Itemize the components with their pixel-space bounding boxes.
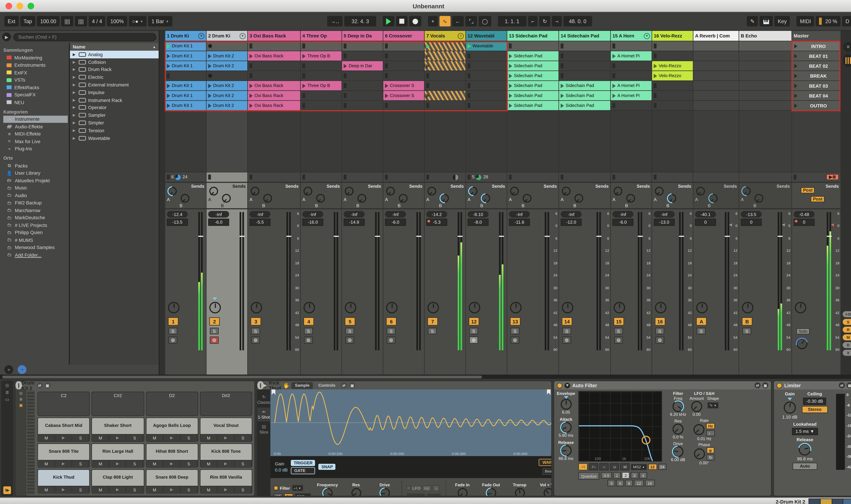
sidebar-place-packs[interactable]: ⧉Packs [3, 162, 69, 169]
slope-24-button[interactable]: 24 [658, 464, 667, 470]
arrangement-position-field[interactable]: 32. 4. 3 [344, 16, 376, 26]
solo-button-3[interactable]: S [251, 328, 260, 334]
clip-play-icon[interactable] [509, 74, 512, 78]
clip-slot[interactable]: Deep in Dar [342, 61, 383, 70]
pad-mute-button[interactable]: M [200, 435, 218, 441]
clip-play-icon[interactable] [612, 84, 616, 88]
peak-level-field[interactable]: -Inf [303, 211, 323, 218]
drum-pad-agogo-bells-loop[interactable]: Agogo Bells LoopM▶S [146, 417, 198, 442]
phase-mode-button[interactable]: φ [707, 447, 714, 453]
send-a-knob[interactable] [386, 187, 395, 196]
clip-stop-icon[interactable] [654, 93, 656, 98]
clip-play-icon[interactable] [509, 64, 512, 68]
scene-slot-break[interactable]: BREAK [792, 71, 840, 80]
drive-knob[interactable] [380, 488, 390, 496]
expand-arrow-icon[interactable]: ▶ [73, 98, 77, 102]
pad-mute-button[interactable]: M [92, 435, 109, 441]
pan-knob[interactable] [795, 302, 807, 313]
pan-knob[interactable] [696, 302, 708, 313]
mixer-visible-toggle[interactable] [843, 54, 851, 67]
clip-slot-empty[interactable] [559, 51, 610, 60]
clip-stop-icon[interactable] [344, 83, 346, 88]
clip-play-icon[interactable] [509, 84, 512, 88]
session-record-button[interactable]: ◯ [478, 16, 491, 26]
release-knob[interactable] [560, 445, 572, 456]
track-header-1[interactable]: 1 Drum Ki▼ [165, 31, 206, 41]
clip-slot[interactable]: Oxi Bass Rack [248, 101, 300, 110]
clip-play-icon[interactable] [561, 84, 564, 88]
peak-level-field[interactable]: -Inf [509, 211, 530, 218]
volume-field[interactable]: -6.0 [385, 219, 406, 226]
lfo-enable-checkbox[interactable] [406, 486, 411, 490]
pan-knob[interactable] [209, 302, 221, 313]
time-signature-field[interactable]: 4 / 4 [89, 16, 106, 26]
save-preset-icon[interactable]: ▣ [349, 382, 355, 389]
sidebar-place-philipp-quien[interactable]: 🗀Philipp Quien [3, 229, 69, 236]
clip-slot[interactable]: Oxi Bass Rack [248, 51, 300, 60]
clip-slot[interactable]: Crossover S [383, 81, 424, 90]
pad-solo-button[interactable]: S [235, 461, 252, 467]
fader-handle[interactable] [375, 236, 380, 237]
solo-button-B[interactable]: S [742, 328, 751, 334]
track-header-12[interactable]: 12 Wavetabl [466, 31, 507, 41]
device-on-toggle[interactable] [18, 382, 19, 388]
track-header-15[interactable]: 15 A Horn▼ [611, 31, 652, 41]
send-a-knob[interactable] [209, 187, 218, 196]
clip-slot[interactable]: Velo-Rezzo [652, 61, 693, 70]
clip-slot-empty[interactable] [611, 61, 652, 70]
volume-fader[interactable] [375, 212, 380, 350]
clip-play-icon[interactable] [208, 64, 211, 68]
pan-knob[interactable] [168, 302, 180, 313]
send-a-knob[interactable] [655, 187, 664, 196]
drum-pad-rim-large-hall[interactable]: Rim Large HallM▶S [92, 444, 144, 468]
scene-play-icon[interactable] [794, 93, 797, 98]
chevron-down-icon[interactable]: ▼ [644, 33, 650, 39]
clip-slot[interactable]: Drum Kit 1 [165, 81, 206, 90]
solo-button-13[interactable]: S [511, 328, 520, 334]
stop-all-clips-icon[interactable] [208, 175, 211, 180]
ext-sync-button[interactable]: Ext [4, 16, 19, 26]
volume-field[interactable]: -5.3 [427, 219, 447, 226]
loop-toggle[interactable]: ↻ [539, 16, 550, 26]
expand-arrow-icon[interactable]: ▶ [73, 136, 77, 140]
clip-stop-icon[interactable] [612, 63, 615, 68]
clip-stop-icon[interactable] [427, 83, 429, 88]
filter-type-menu[interactable]: ⌐\ ▼ [292, 485, 303, 491]
clip-stop-icon[interactable] [385, 73, 388, 78]
stop-all-clips-button[interactable]: ▶≣ [826, 174, 839, 180]
drum-pad-empty-D2[interactable]: D2 [146, 392, 198, 416]
clip-slot-empty[interactable] [611, 101, 652, 110]
wave-preview-icon[interactable]: ≈ [4, 365, 13, 374]
quantize-value-4[interactable]: 4 [639, 472, 647, 479]
track-activator-13[interactable]: 13 [510, 317, 521, 326]
clip-slot-empty[interactable] [248, 61, 300, 70]
chevron-down-icon[interactable]: ▼ [240, 33, 246, 39]
clip-slot[interactable]: Oxi Bass Rack [248, 81, 300, 90]
af-res-knob[interactable] [672, 424, 684, 435]
rate-knob[interactable] [693, 424, 704, 435]
peak-level-field[interactable]: -8.10 [468, 211, 488, 218]
volume-field[interactable]: -6.0 [208, 219, 229, 226]
sidebar-collection-effektracks[interactable]: EffektRacks [3, 84, 69, 91]
clip-stop-icon[interactable] [303, 73, 305, 78]
clip-stop-icon[interactable] [303, 63, 305, 68]
sidebar-category-max for live[interactable]: ⌗Max for Live [3, 138, 69, 145]
track-header-5[interactable]: 5 Deep in Da [342, 31, 383, 41]
clip-slot[interactable]: Sidechain Pad [507, 101, 558, 110]
clip-slot[interactable]: Drum Kit 1 [165, 91, 206, 100]
volume-fader[interactable] [679, 212, 684, 350]
arm-button-4[interactable]: ◍ [304, 337, 313, 344]
simpler-mode-classic[interactable]: ↻Classic [257, 393, 270, 407]
key-map-button[interactable]: Key [774, 16, 790, 26]
hot-swap-icon[interactable]: ⇄ [37, 382, 43, 389]
track-header-B[interactable]: B Echo [739, 31, 792, 41]
solo-button-4[interactable]: S [304, 328, 313, 334]
clip-stop-icon[interactable] [344, 103, 346, 108]
freq-knob[interactable] [672, 401, 684, 412]
track-stop-row-15[interactable] [611, 173, 652, 182]
scene-slot-outro[interactable]: OUTRO [792, 101, 840, 110]
sample-waveform-display[interactable]: 0:000:00:1000:00:2000:00:3000:00:4000:00… [270, 390, 552, 456]
filter-response-graph[interactable]: 100 1k 10k [579, 391, 662, 462]
clip-slot-empty[interactable] [466, 61, 507, 70]
clip-play-icon[interactable] [561, 93, 564, 98]
